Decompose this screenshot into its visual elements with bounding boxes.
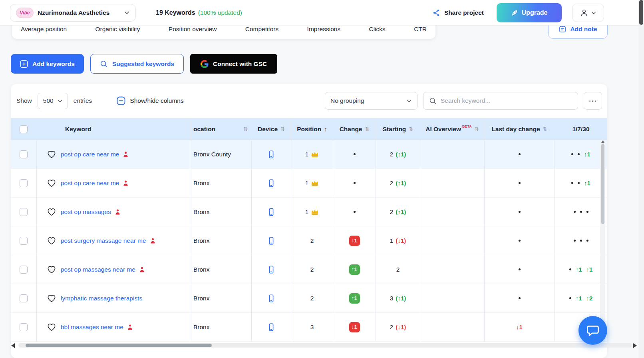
column-header-ai-overview[interactable]: AI Overview bbox=[425, 126, 461, 133]
keyword-link[interactable]: post op massages bbox=[61, 208, 111, 216]
ai-overview-cell bbox=[420, 226, 485, 255]
table-row: post op care near me Bronx 1 2(↑1) ↑1 bbox=[11, 169, 607, 198]
entries-count-select[interactable]: 500 bbox=[38, 93, 68, 109]
sort-icon[interactable]: ⇅ bbox=[365, 126, 369, 132]
position-value: 1 bbox=[305, 180, 309, 187]
grouping-select[interactable]: No grouping bbox=[325, 92, 417, 110]
keyword-flag-icon bbox=[127, 324, 133, 330]
row-checkbox[interactable] bbox=[20, 179, 28, 187]
no-change-dot bbox=[574, 211, 576, 213]
sort-icon[interactable]: ⇅ bbox=[280, 126, 285, 132]
row-checkbox[interactable] bbox=[20, 237, 28, 245]
no-change-dot bbox=[519, 153, 521, 155]
show-hide-columns-button[interactable]: Show/hide columns bbox=[117, 96, 183, 105]
no-change-dot bbox=[354, 153, 356, 155]
ai-overview-cell bbox=[420, 169, 485, 197]
connect-gsc-button[interactable]: Connect with GSC bbox=[190, 54, 277, 74]
crown-icon bbox=[311, 151, 319, 158]
keyword-link[interactable]: bbl massages near me bbox=[61, 324, 123, 331]
table-row: lymphatic massage therapists Bronx 2 ↑1 … bbox=[11, 284, 607, 313]
mobile-device-icon bbox=[267, 150, 276, 159]
no-change-dot bbox=[519, 240, 521, 242]
share-project-button[interactable]: Share project bbox=[432, 9, 484, 17]
sort-icon[interactable]: ⇅ bbox=[543, 126, 547, 132]
table-vertical-scrollbar[interactable] bbox=[600, 140, 605, 342]
column-header-change[interactable]: Change bbox=[340, 126, 362, 133]
row-checkbox[interactable] bbox=[20, 323, 28, 331]
no-change-dot bbox=[519, 182, 521, 184]
starting-position-value: 3 bbox=[390, 295, 394, 302]
suggested-keywords-button[interactable]: Suggested keywords bbox=[90, 54, 184, 74]
tab-organic-visibility[interactable]: Organic visibility bbox=[95, 26, 140, 33]
tab-impressions[interactable]: Impressions bbox=[307, 26, 341, 33]
share-icon bbox=[432, 9, 440, 17]
keyword-link[interactable]: lymphatic massage therapists bbox=[61, 295, 142, 302]
sort-icon[interactable]: ⇅ bbox=[409, 126, 413, 132]
upgrade-button[interactable]: Upgrade bbox=[497, 3, 562, 22]
tab-position-overview[interactable]: Position overview bbox=[169, 26, 217, 33]
table-row: post op massages near me Bronx 2 ↑1 2 ↑1… bbox=[11, 255, 607, 284]
favorite-heart-icon[interactable] bbox=[47, 150, 56, 158]
column-header-device[interactable]: Device bbox=[258, 126, 278, 133]
tab-average-position[interactable]: Average position bbox=[21, 26, 67, 33]
tab-clicks[interactable]: Clicks bbox=[369, 26, 385, 33]
more-options-button[interactable]: ⋯ bbox=[584, 92, 602, 110]
favorite-heart-icon[interactable] bbox=[47, 237, 56, 245]
account-menu-button[interactable] bbox=[572, 4, 604, 22]
favorite-heart-icon[interactable] bbox=[47, 179, 56, 187]
no-change-dot bbox=[578, 182, 580, 184]
crown-icon bbox=[311, 180, 319, 186]
scroll-right-arrow[interactable] bbox=[633, 343, 637, 348]
rocket-icon bbox=[511, 9, 518, 16]
add-keywords-button[interactable]: Add keywords bbox=[11, 54, 84, 74]
column-header-position[interactable]: Position bbox=[297, 126, 321, 133]
show-label: Show bbox=[16, 97, 32, 104]
browser-scrollbar[interactable] bbox=[638, 0, 644, 358]
upgrade-label: Upgrade bbox=[522, 9, 548, 16]
crown-icon bbox=[311, 209, 319, 215]
table-row: bbl massages near me Bronx 3 ↓1 2(↓1) ↓1… bbox=[11, 313, 607, 342]
vertical-scrollbar-thumb[interactable] bbox=[601, 144, 604, 224]
project-selector[interactable]: Vibe Nzurimonada Aesthetics bbox=[10, 4, 136, 22]
horizontal-scrollbar-thumb[interactable] bbox=[26, 344, 212, 347]
starting-position-value: 2 bbox=[390, 180, 394, 187]
column-header-last-day-change[interactable]: Last day change bbox=[491, 126, 540, 133]
favorite-heart-icon[interactable] bbox=[47, 294, 56, 302]
row-checkbox[interactable] bbox=[20, 208, 28, 216]
browser-scrollbar-thumb[interactable] bbox=[639, 0, 643, 25]
table-horizontal-scrollbar[interactable] bbox=[18, 343, 632, 348]
keyword-link[interactable]: post surgery massage near me bbox=[61, 237, 146, 244]
favorite-heart-icon[interactable] bbox=[47, 323, 56, 331]
user-icon bbox=[580, 8, 588, 17]
tab-competitors[interactable]: Competitors bbox=[245, 26, 279, 33]
column-header-location[interactable]: ocation bbox=[193, 126, 215, 133]
keyword-link[interactable]: post op care near me bbox=[61, 180, 119, 187]
sort-ascending-icon[interactable]: ↑ bbox=[324, 126, 327, 132]
favorite-heart-icon[interactable] bbox=[47, 208, 56, 216]
no-change-dot bbox=[586, 211, 588, 213]
column-header-starting[interactable]: Starting bbox=[383, 126, 406, 133]
entries-count-value: 500 bbox=[43, 97, 54, 104]
search-keyword-input[interactable] bbox=[441, 97, 572, 104]
sort-icon[interactable]: ⇅ bbox=[243, 126, 248, 132]
sort-icon[interactable]: ⇅ bbox=[475, 126, 479, 132]
scroll-left-arrow[interactable] bbox=[11, 343, 15, 348]
scroll-up-arrow[interactable] bbox=[601, 140, 604, 143]
row-checkbox[interactable] bbox=[20, 150, 28, 158]
project-name: Nzurimonada Aesthetics bbox=[38, 9, 109, 16]
keyword-link[interactable]: post op care near me bbox=[61, 151, 119, 158]
mobile-device-icon bbox=[267, 323, 276, 332]
tab-ctr[interactable]: CTR bbox=[414, 26, 427, 33]
favorite-heart-icon[interactable] bbox=[47, 266, 56, 274]
column-header-keyword[interactable]: Keyword bbox=[65, 126, 91, 133]
chat-widget-button[interactable] bbox=[578, 316, 607, 345]
show-hide-columns-label: Show/hide columns bbox=[130, 97, 183, 104]
select-all-checkbox[interactable] bbox=[20, 125, 28, 133]
row-checkbox[interactable] bbox=[20, 266, 28, 274]
row-checkbox[interactable] bbox=[20, 294, 28, 302]
keyword-link[interactable]: post op massages near me bbox=[61, 266, 135, 273]
position-value: 1 bbox=[305, 208, 309, 216]
keyword-flag-icon bbox=[139, 267, 145, 272]
column-header-1-7-30[interactable]: 1/7/30 bbox=[572, 126, 589, 133]
trend-up-indicator: ↑1 bbox=[584, 151, 590, 158]
